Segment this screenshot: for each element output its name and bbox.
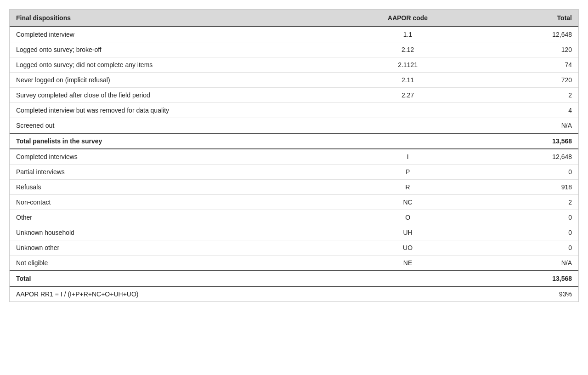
cell-total: 12,648: [464, 27, 578, 42]
cell-total: 93%: [464, 286, 578, 301]
table-row: Total panelists in the survey13,568: [10, 133, 578, 149]
cell-disposition: Total: [10, 271, 351, 286]
cell-aapor-code: [351, 271, 465, 286]
cell-total: 0: [464, 165, 578, 180]
table-row: Completed interview but was removed for …: [10, 103, 578, 118]
table-row: Unknown otherUO0: [10, 240, 578, 256]
cell-aapor-code: UO: [351, 240, 465, 256]
cell-aapor-code: 2.12: [351, 42, 465, 57]
header-total: Total: [464, 10, 578, 27]
table-row: Partial interviewsP0: [10, 165, 578, 180]
cell-disposition: AAPOR RR1 = I / (I+P+R+NC+O+UH+UO): [10, 286, 351, 301]
cell-disposition: Completed interview: [10, 27, 351, 42]
cell-total: 2: [464, 88, 578, 103]
cell-total: 0: [464, 210, 578, 225]
header-disposition: Final dispositions: [10, 10, 351, 27]
cell-total: 2: [464, 195, 578, 210]
cell-aapor-code: I: [351, 149, 465, 165]
cell-aapor-code: O: [351, 210, 465, 225]
cell-aapor-code: 2.1121: [351, 57, 465, 73]
cell-total: 4: [464, 103, 578, 118]
cell-total: 12,648: [464, 149, 578, 165]
cell-total: 918: [464, 180, 578, 195]
table-row: Never logged on (implicit refusal)2.1172…: [10, 73, 578, 88]
cell-aapor-code: UH: [351, 225, 465, 240]
cell-disposition: Refusals: [10, 180, 351, 195]
cell-total: N/A: [464, 118, 578, 134]
cell-aapor-code: [351, 103, 465, 118]
cell-aapor-code: NE: [351, 256, 465, 271]
cell-disposition: Unknown household: [10, 225, 351, 240]
cell-disposition: Not eligible: [10, 256, 351, 271]
cell-total: N/A: [464, 256, 578, 271]
cell-aapor-code: R: [351, 180, 465, 195]
cell-total: 720: [464, 73, 578, 88]
cell-aapor-code: [351, 286, 465, 301]
table-row: Completed interviewsI12,648: [10, 149, 578, 165]
dispositions-table-container: Final dispositions AAPOR code Total Comp…: [9, 9, 579, 302]
cell-total: 0: [464, 225, 578, 240]
cell-aapor-code: [351, 133, 465, 149]
cell-disposition: Logged onto survey; broke-off: [10, 42, 351, 57]
table-row: OtherO0: [10, 210, 578, 225]
cell-aapor-code: 2.27: [351, 88, 465, 103]
cell-aapor-code: NC: [351, 195, 465, 210]
table-row: Non-contactNC2: [10, 195, 578, 210]
table-row: AAPOR RR1 = I / (I+P+R+NC+O+UH+UO)93%: [10, 286, 578, 301]
cell-aapor-code: 1.1: [351, 27, 465, 42]
table-row: Logged onto survey; broke-off2.12120: [10, 42, 578, 57]
cell-disposition: Completed interviews: [10, 149, 351, 165]
cell-disposition: Non-contact: [10, 195, 351, 210]
cell-disposition: Total panelists in the survey: [10, 133, 351, 149]
cell-total: 0: [464, 240, 578, 256]
cell-disposition: Survey completed after close of the fiel…: [10, 88, 351, 103]
cell-total: 74: [464, 57, 578, 73]
table-row: Completed interview1.112,648: [10, 27, 578, 42]
cell-aapor-code: [351, 118, 465, 134]
table-row: Screened outN/A: [10, 118, 578, 134]
cell-aapor-code: 2.11: [351, 73, 465, 88]
table-row: Survey completed after close of the fiel…: [10, 88, 578, 103]
cell-total: 120: [464, 42, 578, 57]
dispositions-table: Final dispositions AAPOR code Total Comp…: [10, 10, 578, 301]
cell-total: 13,568: [464, 271, 578, 286]
cell-disposition: Completed interview but was removed for …: [10, 103, 351, 118]
cell-disposition: Logged onto survey; did not complete any…: [10, 57, 351, 73]
table-row: Total13,568: [10, 271, 578, 286]
cell-disposition: Unknown other: [10, 240, 351, 256]
table-row: Logged onto survey; did not complete any…: [10, 57, 578, 73]
table-row: Not eligibleNEN/A: [10, 256, 578, 271]
cell-aapor-code: P: [351, 165, 465, 180]
cell-disposition: Partial interviews: [10, 165, 351, 180]
cell-disposition: Never logged on (implicit refusal): [10, 73, 351, 88]
table-header-row: Final dispositions AAPOR code Total: [10, 10, 578, 27]
cell-total: 13,568: [464, 133, 578, 149]
table-row: RefusalsR918: [10, 180, 578, 195]
table-row: Unknown householdUH0: [10, 225, 578, 240]
header-aapor-code: AAPOR code: [351, 10, 465, 27]
cell-disposition: Other: [10, 210, 351, 225]
cell-disposition: Screened out: [10, 118, 351, 134]
